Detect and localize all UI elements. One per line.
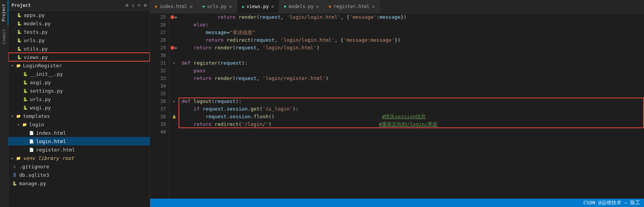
tree-item-label: tests.py bbox=[24, 29, 48, 35]
tab-models-py[interactable]: ◆ models.py × bbox=[279, 0, 324, 13]
tab-close-icon[interactable]: × bbox=[229, 4, 232, 9]
tab-close-icon[interactable]: × bbox=[190, 4, 193, 9]
py-icon: 🐍 bbox=[16, 37, 22, 43]
sidebar-tool-1[interactable]: ≡ bbox=[126, 2, 129, 8]
tree-item-urls2[interactable]: 🐍 urls.py bbox=[8, 95, 150, 103]
tree-item-models[interactable]: 🐍 models.py bbox=[8, 19, 150, 28]
tab-close-icon[interactable]: × bbox=[372, 4, 375, 9]
gutter-39 bbox=[169, 121, 179, 128]
sidebar-toolbar: ≡ ↓ + ⚙ bbox=[126, 2, 147, 8]
py-icon: 🐍 bbox=[16, 12, 22, 18]
breakpoint-icon bbox=[170, 15, 174, 19]
tree-item-asgi[interactable]: 🐍 asgi.py bbox=[8, 78, 150, 86]
folder-icon: 📁 bbox=[15, 62, 21, 68]
chevron-down-icon: ▾ bbox=[16, 122, 21, 127]
status-bar: CSDN @运维技术 – 陈工 bbox=[150, 199, 644, 207]
html-icon: 📄 bbox=[28, 147, 34, 153]
sidebar-header: Project ≡ ↓ + ⚙ bbox=[8, 0, 150, 11]
tree-item-label: urls.py bbox=[30, 96, 51, 102]
gutter-26 bbox=[169, 21, 179, 29]
line-num-25: 25 bbox=[150, 13, 169, 21]
tab-views-py[interactable]: ◆ views.py × bbox=[237, 0, 279, 13]
tab-label: index.html bbox=[160, 4, 187, 9]
tree-item-venv[interactable]: ▸ 📁 venv library root bbox=[8, 154, 150, 162]
code-line-28: return redirect(request, 'login/login.ht… bbox=[182, 36, 644, 44]
py-icon: 🐍 bbox=[22, 71, 28, 77]
html-icon: 📄 bbox=[28, 130, 34, 136]
tree-item-label: settings.py bbox=[30, 88, 63, 94]
py-icon: 🐍 bbox=[16, 46, 22, 52]
gutter-25: ▶ bbox=[169, 13, 179, 21]
tab-label: urls.py bbox=[207, 4, 227, 9]
sidebar-tool-4[interactable]: ⚙ bbox=[144, 2, 147, 8]
code-line-34 bbox=[182, 82, 644, 90]
tree-item-manage[interactable]: 🐍 manage.py bbox=[8, 179, 150, 187]
code-line-29: return render(request, 'login/login.html… bbox=[182, 44, 644, 52]
tab-bar: ◆ index.html × ◆ urls.py × ◆ views.py × … bbox=[150, 0, 644, 13]
lock-icon: 🔒 bbox=[172, 115, 176, 119]
tab-close-icon[interactable]: × bbox=[316, 4, 319, 9]
tree-item-label: apps.py bbox=[24, 12, 45, 18]
line-num-26: 26 bbox=[150, 21, 169, 29]
tab-close-icon[interactable]: × bbox=[271, 4, 274, 9]
comment-38: #情况session信息 bbox=[382, 113, 426, 121]
code-line-33: return render(request, 'login/register.h… bbox=[182, 75, 644, 82]
line-num-40: 40 bbox=[150, 128, 169, 136]
tab-index-html[interactable]: ◆ index.html × bbox=[150, 0, 198, 13]
tree-item-label: wsgi.py bbox=[30, 105, 51, 111]
commit-tab[interactable]: Commit bbox=[0, 25, 8, 48]
tab-label: models.py bbox=[288, 4, 313, 9]
sidebar-tool-2[interactable]: ↓ bbox=[132, 2, 135, 8]
line-num-29: 29 bbox=[150, 44, 169, 52]
tree-item-index-html[interactable]: 📄 index.html bbox=[8, 129, 150, 137]
tree-item-label: urls.py bbox=[24, 37, 45, 43]
tree-item-apps[interactable]: 🐍 apps.py bbox=[8, 11, 150, 19]
tab-urls-py[interactable]: ◆ urls.py × bbox=[198, 0, 237, 13]
tree-item-gitignore[interactable]: ⊙ .gitignore bbox=[8, 162, 150, 171]
tree-item-wsgi[interactable]: 🐍 wsgi.py bbox=[8, 103, 150, 112]
tree-item-views[interactable]: 🐍 views.py bbox=[8, 53, 150, 61]
line-numbers: 25 26 27 28 29 30 31 32 33 34 35 36 37 3… bbox=[150, 13, 169, 199]
py-icon: 🐍 bbox=[11, 180, 18, 186]
tree-item-init[interactable]: 🐍 __init__.py bbox=[8, 70, 150, 78]
arrow-icon: ▶ bbox=[175, 46, 177, 50]
tree-item-templates[interactable]: ▾ 📁 templates bbox=[8, 112, 150, 120]
tree-item-label: utils.py bbox=[24, 46, 48, 52]
comment-39: #重新定向到/login/界面 bbox=[379, 121, 438, 128]
editor-content: 25 26 27 28 29 30 31 32 33 34 35 36 37 3… bbox=[150, 13, 644, 199]
code-area: return render(request, 'login/login.html… bbox=[179, 13, 644, 199]
line-num-36: 36 bbox=[150, 98, 169, 105]
py-icon: 🐍 bbox=[22, 79, 28, 85]
tree-item-utils[interactable]: 🐍 utils.py bbox=[8, 44, 150, 53]
tree-item-register-html[interactable]: 📄 register.html bbox=[8, 145, 150, 154]
editor-area: ◆ index.html × ◆ urls.py × ◆ views.py × … bbox=[150, 0, 644, 207]
line-num-27: 27 bbox=[150, 29, 169, 36]
sidebar-title: Project bbox=[11, 3, 31, 8]
breakpoint-icon bbox=[170, 46, 174, 50]
tree-item-label: templates bbox=[23, 113, 50, 119]
folder-icon: 📁 bbox=[15, 155, 21, 161]
code-line-36: def logout(request): bbox=[182, 98, 644, 105]
tree-item-db[interactable]: 🗄 db.sqlite3 bbox=[8, 171, 150, 179]
tab-register-html[interactable]: ◆ register.html × bbox=[324, 0, 380, 13]
left-activity-bar: Project Commit bbox=[0, 0, 8, 207]
tree-item-label: manage.py bbox=[19, 181, 46, 186]
tree-item-loginregister[interactable]: ▾ 📁 LoginRegister bbox=[8, 61, 150, 70]
tree-item-tests[interactable]: 🐍 tests.py bbox=[8, 28, 150, 36]
tree-item-login-html[interactable]: 📄 login.html bbox=[8, 137, 150, 145]
code-line-30 bbox=[182, 52, 644, 59]
py-icon: 🐍 bbox=[22, 104, 28, 111]
tree-item-urls1[interactable]: 🐍 urls.py bbox=[8, 36, 150, 44]
gutter-29: ▶ bbox=[169, 44, 179, 52]
tab-icon: ◆ bbox=[242, 4, 244, 9]
code-line-35 bbox=[182, 90, 644, 98]
tab-icon: ◆ bbox=[329, 4, 331, 9]
sidebar-tool-3[interactable]: + bbox=[138, 2, 141, 8]
project-tab[interactable]: Project bbox=[0, 0, 8, 25]
line-num-33: 33 bbox=[150, 75, 169, 82]
tree-item-settings[interactable]: 🐍 settings.py bbox=[8, 86, 150, 95]
tree-item-label: .gitignore bbox=[19, 164, 49, 170]
tab-label: views.py bbox=[247, 4, 269, 9]
code-line-25: return render(request, 'login/login.html… bbox=[182, 13, 644, 21]
tree-item-login-dir[interactable]: ▾ 📁 login bbox=[8, 120, 150, 129]
